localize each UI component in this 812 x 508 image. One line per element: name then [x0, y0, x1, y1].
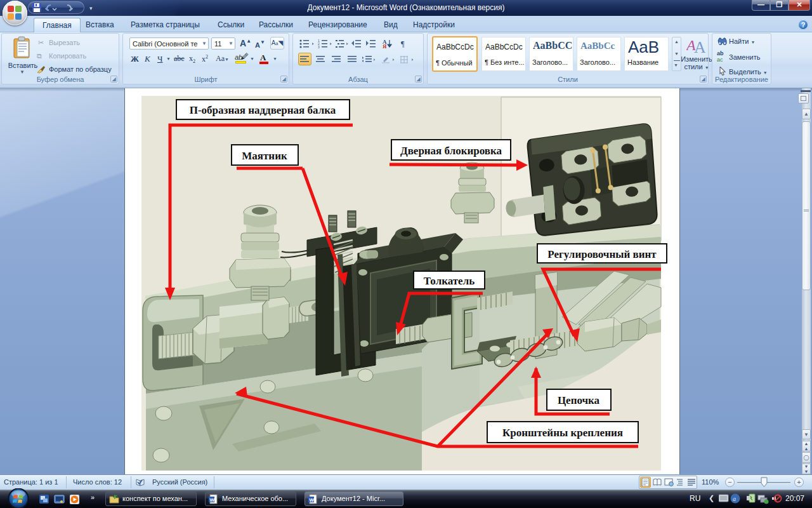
- svg-text:W: W: [210, 497, 215, 503]
- svg-text:Цепочка: Цепочка: [558, 394, 600, 406]
- svg-text:Маятник: Маятник: [242, 150, 287, 162]
- svg-text:П-образная наддверная балка: П-образная наддверная балка: [190, 104, 336, 116]
- svg-text:Я: Я: [383, 43, 387, 49]
- svg-text:Дверная блокировка: Дверная блокировка: [400, 145, 502, 157]
- svg-text:¶: ¶: [401, 39, 405, 48]
- svg-text:A: A: [694, 38, 705, 54]
- svg-text:Кронштейны крепления: Кронштейны крепления: [502, 427, 623, 439]
- svg-text:Регулировочный винт: Регулировочный винт: [547, 248, 657, 260]
- svg-text:3: 3: [318, 45, 320, 49]
- svg-text:a: a: [733, 495, 736, 502]
- svg-text:Толкатель: Толкатель: [424, 275, 475, 287]
- svg-text:W: W: [310, 497, 315, 503]
